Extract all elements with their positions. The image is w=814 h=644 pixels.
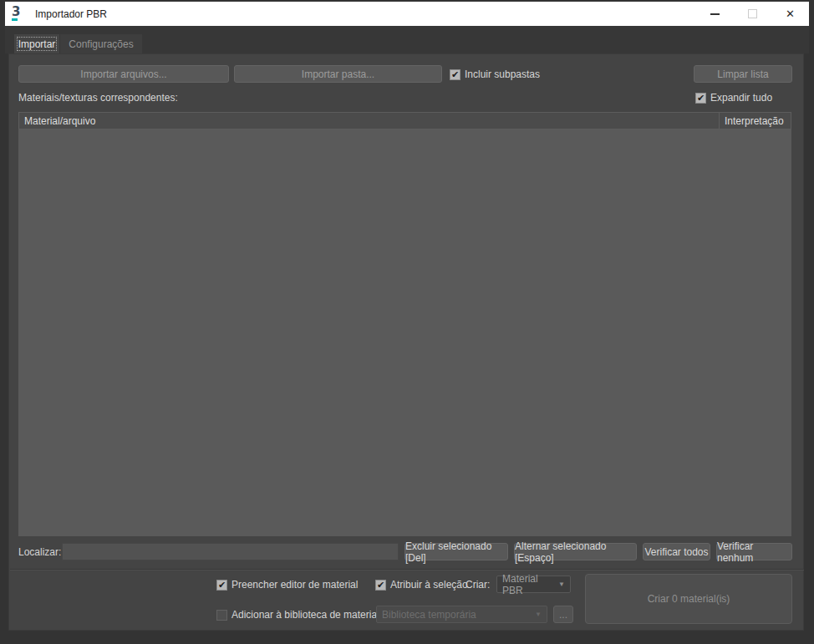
create-materials-button: Criar 0 material(is)	[585, 574, 792, 624]
tab-bar: Importar Configurações	[5, 26, 809, 53]
fill-editor-checkbox[interactable]: ✔	[216, 580, 227, 591]
window-title: Importador PBR	[35, 8, 107, 20]
create-type-value: Material PBR	[502, 573, 553, 596]
close-icon: ✕	[786, 8, 795, 19]
create-type-dropdown[interactable]: Material PBR ▼	[496, 576, 571, 593]
tab-importar[interactable]: Importar	[14, 34, 59, 53]
bottom-separator	[10, 569, 804, 570]
column-header-material[interactable]: Material/arquivo	[19, 113, 720, 129]
add-library-checkbox[interactable]	[216, 610, 227, 621]
fill-editor-checkbox-row: ✔ Preencher editor de material	[216, 579, 358, 591]
titlebar: 3 Importador PBR ✕	[5, 2, 809, 26]
expand-all-label: Expandir tudo	[710, 92, 772, 104]
maximize-icon	[748, 9, 757, 18]
import-folder-button[interactable]: Importar pasta...	[234, 65, 442, 83]
clear-list-button[interactable]: Limpar lista	[694, 65, 792, 83]
tab-configuracoes[interactable]: Configurações	[60, 34, 142, 53]
browse-library-button: ...	[553, 606, 573, 623]
expand-all-checkbox-row: ✔ Expandir tudo	[695, 92, 772, 104]
chevron-down-icon: ▼	[535, 611, 542, 618]
library-dropdown: Biblioteca temporária ▼	[376, 606, 547, 623]
add-library-checkbox-row: Adicionar à biblioteca de materiais	[216, 609, 384, 621]
minimize-icon	[710, 13, 720, 15]
check-all-button[interactable]: Verificar todos	[643, 543, 710, 560]
import-files-button[interactable]: Importar arquivos...	[18, 65, 229, 83]
check-none-button[interactable]: Verificar nenhum	[716, 543, 792, 560]
window-controls: ✕	[696, 2, 809, 26]
column-header-interpretacao[interactable]: Interpretação	[720, 113, 791, 129]
materials-section-label: Materiais/texturas correspondentes:	[18, 92, 178, 104]
add-library-label: Adicionar à biblioteca de materiais	[231, 609, 384, 621]
include-subfolders-label: Incluir subpastas	[465, 68, 540, 80]
search-input[interactable]	[62, 543, 399, 560]
library-value: Biblioteca temporária	[382, 609, 476, 621]
fill-editor-label: Preencher editor de material	[231, 579, 358, 591]
3dsmax-logo-icon: 3	[11, 7, 25, 21]
include-subfolders-checkbox[interactable]: ✔	[450, 69, 460, 80]
delete-selected-button[interactable]: Excluir selecionado [Del]	[404, 543, 508, 560]
toggle-selected-button[interactable]: Alternar selecionado [Espaço]	[514, 543, 637, 560]
assign-selection-checkbox[interactable]: ✔	[375, 580, 386, 591]
expand-all-checkbox[interactable]: ✔	[695, 93, 706, 104]
assign-selection-checkbox-row: ✔ Atribuir à seleção	[375, 579, 468, 591]
search-label: Localizar:	[18, 546, 61, 558]
create-type-label: Criar:	[466, 579, 490, 591]
materials-table-header: Material/arquivo Interpretação	[18, 112, 791, 129]
maximize-button	[734, 2, 771, 26]
minimize-button[interactable]	[696, 2, 734, 26]
assign-selection-label: Atribuir à seleção	[390, 579, 468, 591]
chevron-down-icon: ▼	[558, 581, 565, 588]
close-button[interactable]: ✕	[771, 2, 809, 26]
include-subfolders-checkbox-row: ✔ Incluir subpastas	[450, 68, 540, 80]
materials-list[interactable]	[18, 129, 791, 536]
pbr-importer-window: 3 Importador PBR ✕ Importar Configuraçõe…	[0, 0, 814, 644]
